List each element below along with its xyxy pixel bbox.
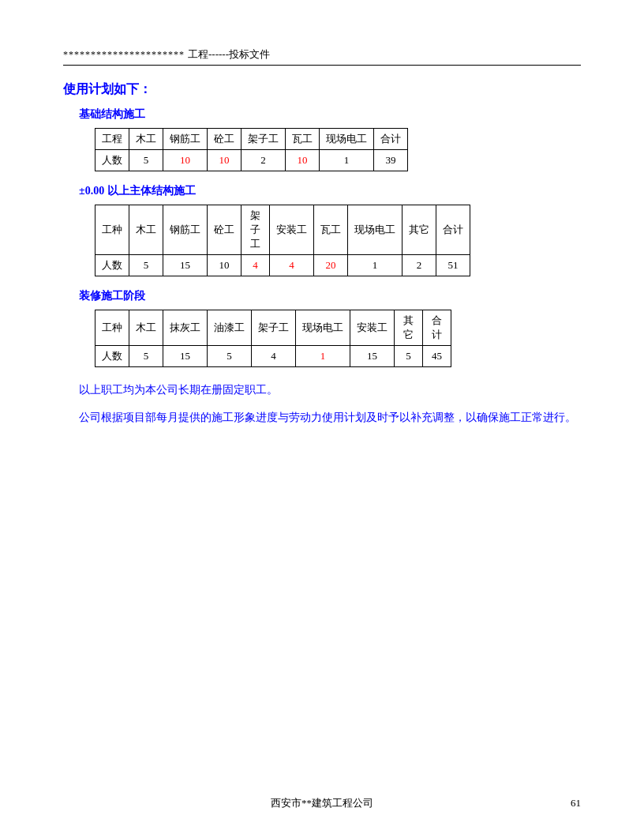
table-cell: 现场电工 — [348, 205, 402, 255]
page: ********************** 工程------投标文件 使用计划… — [0, 0, 644, 834]
footer: 西安市**建筑工程公司 61 — [0, 796, 644, 810]
table-cell: 人数 — [95, 346, 129, 367]
table-cell: 51 — [436, 255, 470, 276]
table-cell: 1 — [348, 255, 402, 276]
table-cell: 砼工 — [208, 129, 242, 150]
table-cell: 其它 — [395, 310, 423, 346]
table-cell: 人数 — [95, 255, 129, 276]
table1: 工程 木工 钢筋工 砼工 架子工 瓦工 现场电工 合计 人数 5 10 10 2… — [95, 128, 408, 171]
table-cell: 现场电工 — [320, 129, 374, 150]
table-cell: 工种 — [95, 310, 129, 346]
table-cell: 5 — [129, 346, 163, 367]
table-cell: 4 — [252, 346, 296, 367]
table-cell: 架子工 — [242, 205, 270, 255]
table-cell: 15 — [163, 255, 208, 276]
table-cell: 5 — [208, 346, 252, 367]
table-cell: 45 — [423, 346, 451, 367]
table-cell: 合计 — [423, 310, 451, 346]
table-row: 工种 木工 钢筋工 砼工 架子工 安装工 瓦工 现场电工 其它 合计 — [95, 205, 470, 255]
table-cell: 5 — [129, 255, 163, 276]
paragraph2: 公司根据项目部每月提供的施工形象进度与劳动力使用计划及时予以补充调整，以确保施工… — [79, 408, 581, 427]
table-row: 工程 木工 钢筋工 砼工 架子工 瓦工 现场电工 合计 — [95, 129, 408, 150]
table-cell: 人数 — [95, 150, 129, 171]
table-row: 人数 5 15 10 4 4 20 1 2 51 — [95, 255, 470, 276]
header-stars: ********************** — [63, 49, 185, 61]
footer-page: 61 — [571, 797, 581, 810]
footer-company: 西安市**建筑工程公司 — [63, 796, 581, 810]
table-cell: 10 — [163, 150, 208, 171]
table-cell: 现场电工 — [296, 310, 350, 346]
table-cell: 钢筋工 — [163, 129, 208, 150]
table-cell: 瓦工 — [314, 205, 348, 255]
table-cell: 39 — [374, 150, 408, 171]
table-cell: 10 — [208, 150, 242, 171]
table-cell: 工种 — [95, 205, 129, 255]
header: ********************** 工程------投标文件 — [63, 47, 581, 66]
table-cell: 5 — [395, 346, 423, 367]
table-cell: 1 — [296, 346, 350, 367]
table-cell: 10 — [208, 255, 242, 276]
table-cell: 20 — [314, 255, 348, 276]
table-cell: 4 — [242, 255, 270, 276]
table-cell: 木工 — [129, 129, 163, 150]
table-cell: 其它 — [402, 205, 436, 255]
table-cell: 2 — [402, 255, 436, 276]
table-row: 人数 5 10 10 2 10 1 39 — [95, 150, 408, 171]
table-cell: 合计 — [436, 205, 470, 255]
table-cell: 安装工 — [350, 310, 395, 346]
table-cell: 钢筋工 — [163, 205, 208, 255]
table-cell: 4 — [270, 255, 314, 276]
table2-subtitle-text: ±0.00 以上主体结构施工 — [79, 185, 196, 197]
table2-subtitle: ±0.00 以上主体结构施工 — [79, 184, 581, 198]
table-row: 工种 木工 抹灰工 油漆工 架子工 现场电工 安装工 其它 合计 — [95, 310, 451, 346]
table-row: 人数 5 15 5 4 1 15 5 45 — [95, 346, 451, 367]
table-cell: 工程 — [95, 129, 129, 150]
table-cell: 2 — [242, 150, 286, 171]
table-cell: 架子工 — [242, 129, 286, 150]
table-cell: 15 — [163, 346, 208, 367]
table2: 工种 木工 钢筋工 砼工 架子工 安装工 瓦工 现场电工 其它 合计 人数 5 … — [95, 205, 470, 276]
table-cell: 油漆工 — [208, 310, 252, 346]
table-cell: 木工 — [129, 310, 163, 346]
table1-wrap: 工程 木工 钢筋工 砼工 架子工 瓦工 现场电工 合计 人数 5 10 10 2… — [79, 128, 581, 171]
table-cell: 1 — [320, 150, 374, 171]
table-cell: 5 — [129, 150, 163, 171]
table-cell: 抹灰工 — [163, 310, 208, 346]
table3-subtitle: 装修施工阶段 — [79, 289, 581, 303]
paragraph1: 以上职工均为本公司长期在册固定职工。 — [79, 380, 581, 400]
table-cell: 10 — [286, 150, 320, 171]
table-cell: 砼工 — [208, 205, 242, 255]
table-cell: 15 — [350, 346, 395, 367]
header-title: 工程------投标文件 — [188, 47, 270, 62]
table1-subtitle: 基础结构施工 — [79, 107, 581, 122]
table2-wrap: 工种 木工 钢筋工 砼工 架子工 安装工 瓦工 现场电工 其它 合计 人数 5 … — [79, 205, 581, 276]
section-title: 使用计划如下： — [63, 81, 581, 98]
table-cell: 合计 — [374, 129, 408, 150]
table-cell: 木工 — [129, 205, 163, 255]
table3: 工种 木工 抹灰工 油漆工 架子工 现场电工 安装工 其它 合计 人数 5 15… — [95, 310, 451, 367]
table-cell: 瓦工 — [286, 129, 320, 150]
table-cell: 安装工 — [270, 205, 314, 255]
table-cell: 架子工 — [252, 310, 296, 346]
table3-wrap: 工种 木工 抹灰工 油漆工 架子工 现场电工 安装工 其它 合计 人数 5 15… — [79, 310, 581, 367]
